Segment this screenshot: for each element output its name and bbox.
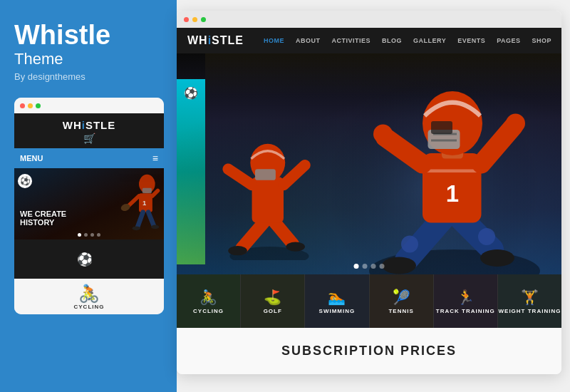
- subscription-section: SUBSCRIPTION PRICES: [177, 328, 561, 374]
- mobile-logo: WHiSTLE: [14, 119, 164, 131]
- golf-label: GOLF: [264, 308, 282, 314]
- svg-text:1: 1: [446, 180, 459, 207]
- track-label: TRACK TRAINING: [436, 308, 495, 314]
- mobile-soccer-ball-icon: ⚽: [18, 174, 32, 188]
- svg-line-4: [129, 196, 139, 205]
- mobile-cycling-area: 🚴 CYCLING: [14, 279, 164, 314]
- sport-track-training[interactable]: 🏃 TRACK TRAINING: [434, 274, 498, 328]
- cycling-icon: 🚴: [200, 289, 217, 306]
- desktop-dot-2[interactable]: [363, 264, 368, 269]
- weight-icon: 🏋: [521, 289, 539, 306]
- desktop-logo: WHiSTLE: [187, 34, 244, 47]
- weight-label: WEIGHT TRAINING: [499, 308, 561, 314]
- svg-line-5: [152, 190, 158, 196]
- left-panel: Whistle Theme By designthemes WHiSTLE 🛒 …: [0, 0, 177, 392]
- svg-line-33: [242, 220, 265, 248]
- desktop-dot-4[interactable]: [380, 264, 385, 269]
- nav-links: HOME ABOUT ACTIVITIES BLOG GALLERY EVENT…: [258, 37, 561, 44]
- desktop-top-bar: [177, 11, 561, 28]
- sport-cycling[interactable]: 🚴 CYCLING: [177, 274, 241, 328]
- cycling-label: CYCLING: [74, 304, 105, 310]
- mobile-hero-title-line2: HISTORY: [20, 218, 66, 227]
- mobile-hero-title-line1: WE CREATE: [20, 210, 66, 218]
- svg-point-16: [478, 228, 495, 245]
- track-icon: 🏃: [457, 289, 475, 306]
- app-author: By designthemes: [14, 71, 162, 82]
- svg-line-38: [228, 169, 252, 185]
- svg-line-34: [274, 220, 294, 244]
- sports-strip: 🚴 CYCLING ⛳ GOLF 🏊 SWIMMING 🎾 TENNIS 🏃 T…: [177, 274, 561, 328]
- sport-tennis[interactable]: 🎾 TENNIS: [370, 274, 434, 328]
- nav-link-pages[interactable]: PAGES: [491, 37, 526, 44]
- nav-link-shop[interactable]: SHOP: [527, 37, 558, 44]
- mobile-dot-1[interactable]: [78, 233, 81, 237]
- cycling-icon: 🚴: [78, 284, 100, 304]
- cycling-label: CYCLING: [193, 308, 224, 314]
- tennis-label: TENNIS: [388, 308, 413, 314]
- svg-rect-20: [423, 170, 482, 173]
- mobile-dot-3[interactable]: [90, 233, 94, 237]
- hamburger-icon[interactable]: ≡: [152, 153, 158, 164]
- mobile-player-figure: 1: [118, 172, 160, 232]
- mobile-dot-4[interactable]: [97, 233, 100, 237]
- swimming-label: SWIMMING: [319, 308, 356, 314]
- svg-point-10: [151, 225, 159, 229]
- desktop-mockup: WHiSTLE HOME ABOUT ACTIVITIES BLOG GALLE…: [177, 11, 561, 374]
- nav-link-gallery[interactable]: GALLERY: [408, 37, 452, 44]
- nav-link-about[interactable]: ABOUT: [290, 37, 326, 44]
- desktop-maximize-dot: [201, 17, 206, 22]
- desktop-nav: WHiSTLE HOME ABOUT ACTIVITIES BLOG GALLE…: [177, 28, 561, 53]
- nav-link-enquiry[interactable]: ENQUIRY: [557, 37, 561, 44]
- minimize-dot: [28, 103, 33, 108]
- golf-icon: ⛳: [264, 289, 281, 306]
- mobile-menu-label: MENU: [20, 154, 43, 163]
- svg-point-18: [480, 249, 514, 267]
- close-dot: [20, 103, 25, 108]
- desktop-left-player: [205, 118, 333, 260]
- mobile-cart-icon[interactable]: 🛒: [14, 133, 164, 144]
- app-title: Whistle: [14, 21, 162, 48]
- nav-link-home[interactable]: HOME: [258, 37, 290, 44]
- svg-text:1: 1: [142, 199, 146, 207]
- desktop-close-dot: [184, 17, 189, 22]
- svg-rect-1: [142, 188, 152, 194]
- mobile-dot-2[interactable]: [84, 233, 88, 237]
- sport-swimming[interactable]: 🏊 SWIMMING: [305, 274, 369, 328]
- mobile-hero: ⚽ 1: [14, 168, 164, 239]
- nav-link-events[interactable]: EVENTS: [452, 37, 491, 44]
- sport-golf[interactable]: ⛳ GOLF: [241, 274, 305, 328]
- mobile-menu-bar[interactable]: MENU ≡: [14, 148, 164, 168]
- svg-point-24: [373, 125, 393, 144]
- mobile-sport-area: ⚽: [14, 239, 164, 279]
- nav-link-blog[interactable]: BLOG: [376, 37, 408, 44]
- mobile-top-bar: [14, 98, 164, 113]
- app-subtitle: Theme: [14, 50, 162, 68]
- sport-weight-training[interactable]: 🏋 WEIGHT TRAINING: [498, 274, 561, 328]
- maximize-dot: [36, 103, 41, 108]
- svg-point-9: [133, 227, 140, 231]
- svg-line-39: [284, 165, 305, 185]
- svg-rect-31: [431, 121, 452, 134]
- swimming-icon: 🏊: [328, 289, 346, 306]
- desktop-hero: ⚽: [177, 53, 561, 274]
- mobile-header: WHiSTLE 🛒: [14, 113, 164, 148]
- svg-line-7: [138, 212, 143, 227]
- svg-point-36: [286, 242, 305, 251]
- mobile-soccer-icon: ⚽: [77, 252, 93, 267]
- svg-point-25: [506, 114, 525, 133]
- mobile-hero-text: WE CREATE HISTORY: [20, 210, 66, 227]
- mobile-mockup: WHiSTLE 🛒 MENU ≡ ⚽ 1: [14, 98, 164, 314]
- svg-rect-41: [255, 169, 276, 180]
- desktop-main-player: 1: [298, 53, 561, 274]
- svg-point-17: [382, 257, 416, 274]
- desktop-dot-1[interactable]: [354, 264, 359, 269]
- nav-link-activities[interactable]: ACTIVITIES: [326, 37, 377, 44]
- desktop-minimize-dot: [192, 17, 197, 22]
- tennis-icon: 🎾: [393, 289, 410, 306]
- mobile-slider-dots: [78, 233, 100, 237]
- svg-point-35: [228, 246, 247, 255]
- subscription-title: SUBSCRIPTION PRICES: [281, 344, 457, 359]
- svg-point-15: [401, 236, 418, 253]
- svg-line-8: [148, 212, 154, 226]
- desktop-dot-3[interactable]: [371, 264, 376, 269]
